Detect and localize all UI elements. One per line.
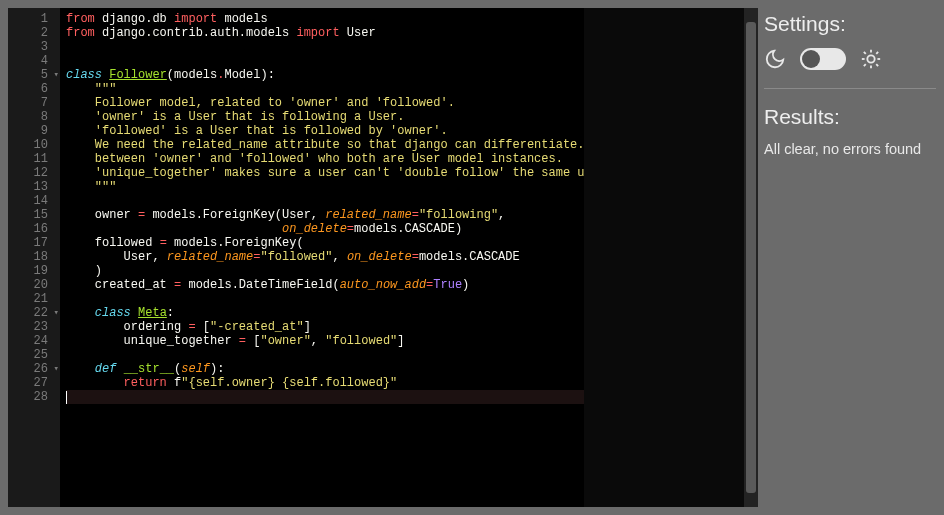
line-number: 21 <box>8 292 60 306</box>
line-number: 6 <box>8 82 60 96</box>
moon-icon <box>764 48 786 70</box>
results-heading: Results: <box>764 105 936 129</box>
line-number: 24 <box>8 334 60 348</box>
line-number: 8 <box>8 110 60 124</box>
line-number: 18 <box>8 250 60 264</box>
line-number: 10 <box>8 138 60 152</box>
line-number: 13 <box>8 180 60 194</box>
line-number: 1 <box>8 12 60 26</box>
sun-icon <box>860 48 882 70</box>
line-number: 11 <box>8 152 60 166</box>
code-editor[interactable]: 1234567891011121314151617181920212223242… <box>8 8 758 507</box>
line-number: 5 <box>8 68 60 82</box>
line-number: 14 <box>8 194 60 208</box>
line-number: 17 <box>8 236 60 250</box>
line-number: 4 <box>8 54 60 68</box>
line-number: 16 <box>8 222 60 236</box>
vertical-scrollbar[interactable] <box>744 8 758 507</box>
line-number-gutter: 1234567891011121314151617181920212223242… <box>8 8 60 507</box>
results-text: All clear, no errors found <box>764 141 936 157</box>
theme-switch[interactable] <box>800 48 846 70</box>
settings-heading: Settings: <box>764 12 936 36</box>
line-number: 23 <box>8 320 60 334</box>
svg-line-3 <box>864 52 866 54</box>
text-cursor <box>66 391 67 404</box>
svg-line-4 <box>876 64 878 66</box>
minimap[interactable] <box>584 8 744 507</box>
line-number: 25 <box>8 348 60 362</box>
line-number: 7 <box>8 96 60 110</box>
sidebar-divider <box>764 88 936 89</box>
line-number: 12 <box>8 166 60 180</box>
line-number: 3 <box>8 40 60 54</box>
sidebar-panel: Settings: Results: All clear, no errors … <box>758 0 944 515</box>
line-number: 20 <box>8 278 60 292</box>
line-number: 9 <box>8 124 60 138</box>
line-number: 26 <box>8 362 60 376</box>
line-number: 19 <box>8 264 60 278</box>
svg-line-8 <box>876 52 878 54</box>
scrollbar-thumb[interactable] <box>746 22 756 493</box>
line-number: 22 <box>8 306 60 320</box>
svg-point-0 <box>867 55 874 62</box>
theme-switch-knob <box>802 50 820 68</box>
theme-toggle-row <box>764 48 936 70</box>
line-number: 15 <box>8 208 60 222</box>
line-number: 28 <box>8 390 60 404</box>
svg-line-7 <box>864 64 866 66</box>
line-number: 27 <box>8 376 60 390</box>
line-number: 2 <box>8 26 60 40</box>
